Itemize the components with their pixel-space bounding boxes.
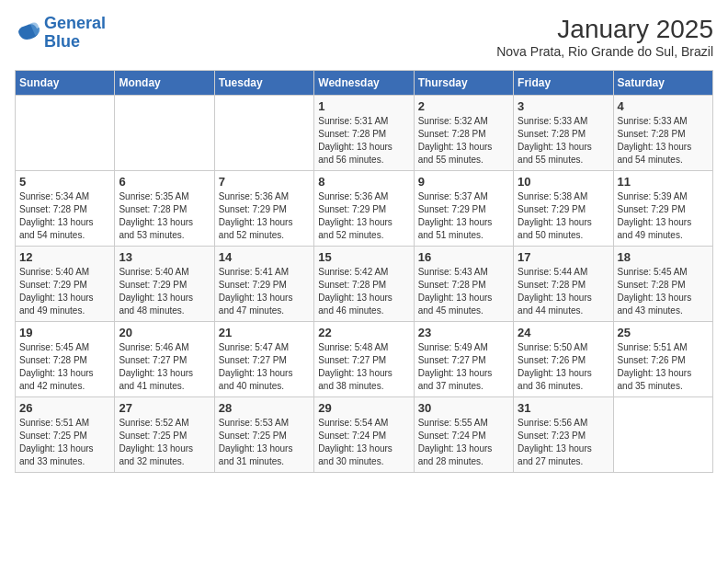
day-number: 12: [19, 250, 110, 264]
day-number: 6: [119, 175, 210, 189]
day-info: Sunrise: 5:56 AMSunset: 7:23 PMDaylight:…: [518, 417, 609, 468]
day-info: Sunrise: 5:33 AMSunset: 7:28 PMDaylight:…: [518, 115, 609, 167]
day-number: 14: [219, 250, 310, 264]
calendar-day-cell: 25Sunrise: 5:51 AMSunset: 7:26 PMDayligh…: [613, 322, 712, 397]
calendar-day-cell: 2Sunrise: 5:32 AMSunset: 7:28 PMDaylight…: [414, 96, 513, 171]
day-number: 29: [318, 401, 409, 415]
calendar-day-cell: 28Sunrise: 5:53 AMSunset: 7:25 PMDayligh…: [214, 397, 313, 473]
day-info: Sunrise: 5:53 AMSunset: 7:25 PMDaylight:…: [219, 417, 310, 468]
day-number: 13: [119, 250, 210, 264]
calendar-day-cell: 9Sunrise: 5:37 AMSunset: 7:29 PMDaylight…: [414, 171, 513, 247]
logo-text: General Blue: [44, 15, 106, 52]
day-info: Sunrise: 5:36 AMSunset: 7:29 PMDaylight:…: [219, 190, 310, 242]
day-number: 21: [219, 326, 310, 339]
day-info: Sunrise: 5:40 AMSunset: 7:29 PMDaylight:…: [19, 266, 110, 317]
day-info: Sunrise: 5:46 AMSunset: 7:27 PMDaylight:…: [119, 341, 210, 393]
calendar-day-cell: [613, 397, 712, 473]
calendar-day-cell: 13Sunrise: 5:40 AMSunset: 7:29 PMDayligh…: [115, 247, 214, 322]
day-header-monday: Monday: [115, 71, 214, 96]
calendar-day-cell: 11Sunrise: 5:39 AMSunset: 7:29 PMDayligh…: [613, 171, 712, 247]
calendar-day-cell: 27Sunrise: 5:52 AMSunset: 7:25 PMDayligh…: [115, 397, 214, 473]
day-number: 3: [518, 99, 609, 113]
day-header-sunday: Sunday: [16, 71, 115, 96]
day-number: 24: [518, 326, 609, 339]
calendar-day-cell: 23Sunrise: 5:49 AMSunset: 7:27 PMDayligh…: [414, 322, 513, 397]
day-number: 7: [219, 175, 310, 189]
calendar-day-cell: 22Sunrise: 5:48 AMSunset: 7:27 PMDayligh…: [314, 322, 414, 397]
day-number: 20: [119, 326, 210, 339]
calendar-subtitle: Nova Prata, Rio Grande do Sul, Brazil: [496, 44, 713, 59]
day-number: 19: [19, 326, 110, 339]
day-number: 2: [418, 99, 509, 113]
day-info: Sunrise: 5:39 AMSunset: 7:29 PMDaylight:…: [618, 190, 709, 242]
calendar-day-cell: 17Sunrise: 5:44 AMSunset: 7:28 PMDayligh…: [514, 247, 613, 322]
logo: General Blue: [15, 15, 106, 52]
calendar-day-cell: 8Sunrise: 5:36 AMSunset: 7:29 PMDaylight…: [314, 171, 414, 247]
day-info: Sunrise: 5:52 AMSunset: 7:25 PMDaylight:…: [119, 417, 210, 468]
day-info: Sunrise: 5:45 AMSunset: 7:28 PMDaylight:…: [618, 266, 709, 317]
day-number: 9: [418, 175, 509, 189]
calendar-day-cell: 18Sunrise: 5:45 AMSunset: 7:28 PMDayligh…: [613, 247, 712, 322]
calendar-day-cell: 1Sunrise: 5:31 AMSunset: 7:28 PMDaylight…: [314, 96, 414, 171]
day-number: 1: [318, 99, 409, 113]
day-number: 27: [119, 401, 210, 415]
calendar-day-cell: 6Sunrise: 5:35 AMSunset: 7:28 PMDaylight…: [115, 171, 214, 247]
day-number: 15: [318, 250, 409, 264]
calendar-day-cell: 4Sunrise: 5:33 AMSunset: 7:28 PMDaylight…: [613, 96, 712, 171]
day-number: 28: [219, 401, 310, 415]
calendar-day-cell: 7Sunrise: 5:36 AMSunset: 7:29 PMDaylight…: [214, 171, 313, 247]
calendar-day-cell: [115, 96, 214, 171]
calendar-day-cell: 14Sunrise: 5:41 AMSunset: 7:29 PMDayligh…: [214, 247, 313, 322]
day-number: 8: [318, 175, 409, 189]
day-info: Sunrise: 5:35 AMSunset: 7:28 PMDaylight:…: [119, 190, 210, 242]
calendar-day-cell: 26Sunrise: 5:51 AMSunset: 7:25 PMDayligh…: [16, 397, 115, 473]
calendar-title: January 2025: [496, 15, 713, 44]
day-info: Sunrise: 5:49 AMSunset: 7:27 PMDaylight:…: [418, 341, 509, 393]
calendar-day-cell: 3Sunrise: 5:33 AMSunset: 7:28 PMDaylight…: [514, 96, 613, 171]
day-header-thursday: Thursday: [414, 71, 513, 96]
day-number: 10: [518, 175, 609, 189]
day-info: Sunrise: 5:51 AMSunset: 7:26 PMDaylight:…: [618, 341, 709, 393]
day-info: Sunrise: 5:42 AMSunset: 7:28 PMDaylight:…: [318, 266, 409, 317]
page-header: General Blue January 2025 Nova Prata, Ri…: [15, 15, 713, 59]
day-info: Sunrise: 5:31 AMSunset: 7:28 PMDaylight:…: [318, 115, 409, 167]
calendar-day-cell: 30Sunrise: 5:55 AMSunset: 7:24 PMDayligh…: [414, 397, 513, 473]
calendar-day-cell: 21Sunrise: 5:47 AMSunset: 7:27 PMDayligh…: [214, 322, 313, 397]
day-header-wednesday: Wednesday: [314, 71, 414, 96]
day-info: Sunrise: 5:36 AMSunset: 7:29 PMDaylight:…: [318, 190, 409, 242]
calendar-day-cell: 24Sunrise: 5:50 AMSunset: 7:26 PMDayligh…: [514, 322, 613, 397]
day-number: 17: [518, 250, 609, 264]
day-number: 16: [418, 250, 509, 264]
calendar-day-cell: 15Sunrise: 5:42 AMSunset: 7:28 PMDayligh…: [314, 247, 414, 322]
day-info: Sunrise: 5:34 AMSunset: 7:28 PMDaylight:…: [19, 190, 110, 242]
day-header-friday: Friday: [514, 71, 613, 96]
calendar-day-cell: [16, 96, 115, 171]
day-info: Sunrise: 5:41 AMSunset: 7:29 PMDaylight:…: [219, 266, 310, 317]
day-info: Sunrise: 5:45 AMSunset: 7:28 PMDaylight:…: [19, 341, 110, 393]
day-info: Sunrise: 5:55 AMSunset: 7:24 PMDaylight:…: [418, 417, 509, 468]
day-info: Sunrise: 5:47 AMSunset: 7:27 PMDaylight:…: [219, 341, 310, 393]
calendar-week-row: 1Sunrise: 5:31 AMSunset: 7:28 PMDaylight…: [16, 96, 713, 171]
day-header-saturday: Saturday: [613, 71, 712, 96]
day-info: Sunrise: 5:51 AMSunset: 7:25 PMDaylight:…: [19, 417, 110, 468]
calendar-week-row: 26Sunrise: 5:51 AMSunset: 7:25 PMDayligh…: [16, 397, 713, 473]
day-info: Sunrise: 5:50 AMSunset: 7:26 PMDaylight:…: [518, 341, 609, 393]
calendar-week-row: 5Sunrise: 5:34 AMSunset: 7:28 PMDaylight…: [16, 171, 713, 247]
day-info: Sunrise: 5:37 AMSunset: 7:29 PMDaylight:…: [418, 190, 509, 242]
calendar-day-cell: 29Sunrise: 5:54 AMSunset: 7:24 PMDayligh…: [314, 397, 414, 473]
day-info: Sunrise: 5:43 AMSunset: 7:28 PMDaylight:…: [418, 266, 509, 317]
day-info: Sunrise: 5:32 AMSunset: 7:28 PMDaylight:…: [418, 115, 509, 167]
day-info: Sunrise: 5:48 AMSunset: 7:27 PMDaylight:…: [318, 341, 409, 393]
calendar-day-cell: 16Sunrise: 5:43 AMSunset: 7:28 PMDayligh…: [414, 247, 513, 322]
day-number: 31: [518, 401, 609, 415]
day-header-tuesday: Tuesday: [214, 71, 313, 96]
day-number: 23: [418, 326, 509, 339]
day-number: 4: [618, 99, 709, 113]
calendar-header-row: SundayMondayTuesdayWednesdayThursdayFrid…: [16, 71, 713, 96]
day-number: 5: [19, 175, 110, 189]
calendar-day-cell: 5Sunrise: 5:34 AMSunset: 7:28 PMDaylight…: [16, 171, 115, 247]
day-number: 25: [618, 326, 709, 339]
day-info: Sunrise: 5:54 AMSunset: 7:24 PMDaylight:…: [318, 417, 409, 468]
day-info: Sunrise: 5:38 AMSunset: 7:29 PMDaylight:…: [518, 190, 609, 242]
day-number: 11: [618, 175, 709, 189]
